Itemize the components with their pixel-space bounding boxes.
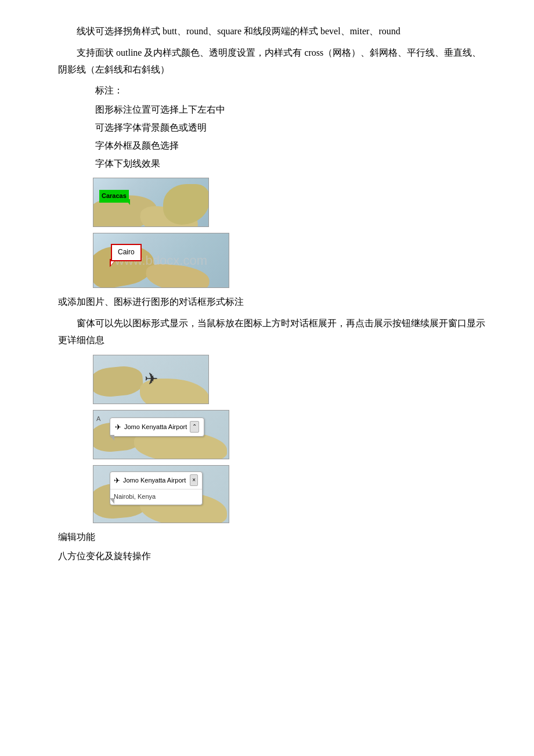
caracas-map: Caracas — [93, 178, 209, 227]
airport-bubble-collapsed-map: A ✈ Jomo Kenyatta Airport ⌃ — [93, 410, 488, 459]
airport-bubble-header: ✈ Jomo Kenyatta Airport × — [110, 472, 202, 489]
dialog-annotation-para: 或添加图片、图标进行图形的对话框形式标注 — [58, 294, 488, 311]
expand-button[interactable]: ⌃ — [190, 421, 199, 433]
annotation-item-1: 图形标注位置可选择上下左右中 — [58, 102, 488, 118]
caracas-map-image: Caracas — [93, 178, 488, 227]
edit-function-title: 编辑功能 — [58, 529, 488, 546]
airplane-icon-2: ✈ — [115, 420, 121, 434]
cairo-label: Cairo — [111, 244, 142, 261]
annotation-label: 标注： — [58, 82, 488, 99]
airport-icon-map: ✈ — [93, 355, 488, 404]
paragraph-fill-style: 支持面状 outline 及内样式颜色、透明度设置，内样式有 cross（网格）… — [58, 45, 488, 78]
airport-bubble-collapsed: ✈ Jomo Kenyatta Airport ⌃ — [110, 417, 204, 437]
cairo-map-image: www.bdocx.com Cairo — [93, 233, 488, 288]
close-button[interactable]: × — [190, 474, 198, 486]
cairo-map: www.bdocx.com Cairo — [93, 233, 229, 288]
caracas-label: Caracas — [99, 190, 129, 203]
airport-bubble-expanded-map: ✈ Jomo Kenyatta Airport × Nairobi, Kenya — [93, 465, 488, 523]
annotation-item-4: 字体下划线效果 — [58, 156, 488, 172]
airplane-icon-3: ✈ — [114, 474, 120, 487]
airport-map-bubble-collapsed: A ✈ Jomo Kenyatta Airport ⌃ — [93, 410, 229, 459]
content-area: 线状可选择拐角样式 butt、round、square 和线段两端的样式 bev… — [58, 23, 488, 564]
annotation-item-3: 字体外框及颜色选择 — [58, 138, 488, 154]
airport-map-icon-only: ✈ — [93, 355, 209, 404]
eight-direction-title: 八方位变化及旋转操作 — [58, 548, 488, 565]
window-display-para: 窗体可以先以图标形式显示，当鼠标放在图标上方时对话框展开，再点击展示按钮继续展开… — [58, 315, 488, 349]
airport-map-bubble-expanded: ✈ Jomo Kenyatta Airport × Nairobi, Kenya — [93, 465, 229, 523]
paragraph-line-style: 线状可选择拐角样式 butt、round、square 和线段两端的样式 bev… — [58, 23, 488, 40]
bubble-triangle-2 — [110, 435, 114, 441]
annotation-item-2: 可选择字体背景颜色或透明 — [58, 120, 488, 136]
bubble-triangle-3 — [110, 498, 114, 504]
airport-name-expanded: Jomo Kenyatta Airport — [123, 475, 186, 487]
airport-bubble-expanded: ✈ Jomo Kenyatta Airport × Nairobi, Kenya — [110, 471, 203, 505]
airport-subtitle: Nairobi, Kenya — [110, 489, 202, 505]
airplane-icon-1: ✈ — [145, 365, 158, 394]
caracas-callout-triangle — [125, 199, 130, 205]
airport-name-collapsed: Jomo Kenyatta Airport — [124, 422, 187, 433]
